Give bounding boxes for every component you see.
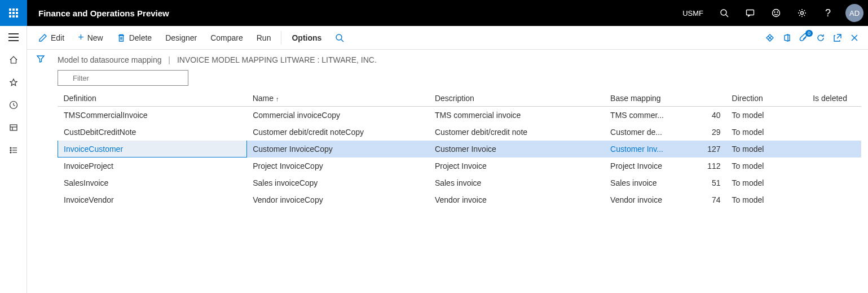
trash-icon bbox=[117, 33, 126, 42]
open-office-button[interactable] bbox=[779, 31, 795, 45]
sort-asc-icon: ↑ bbox=[276, 95, 279, 102]
cell-description[interactable]: Vendor invoice bbox=[429, 191, 605, 208]
edit-label: Edit bbox=[51, 33, 64, 42]
cell-is-deleted[interactable] bbox=[807, 124, 861, 141]
nav-home[interactable] bbox=[0, 49, 27, 71]
col-header-definition[interactable]: Definition bbox=[58, 90, 247, 107]
svg-point-3 bbox=[773, 10, 780, 17]
cell-name[interactable]: Customer debit/credit noteCopy bbox=[247, 124, 429, 141]
page-search-button[interactable] bbox=[329, 31, 350, 45]
cell-is-deleted[interactable] bbox=[807, 158, 861, 174]
settings-button[interactable] bbox=[789, 0, 815, 26]
cell-base-mapping[interactable]: Project Invoice bbox=[605, 158, 686, 174]
list-icon bbox=[9, 146, 18, 155]
table-row[interactable]: InvoiceProjectProject InvoiceCopyProject… bbox=[58, 158, 862, 174]
cell-definition[interactable]: InvoiceVendor bbox=[58, 191, 247, 208]
cell-is-deleted[interactable] bbox=[807, 107, 861, 124]
delete-button[interactable]: Delete bbox=[111, 31, 157, 45]
app-launcher-button[interactable] bbox=[0, 0, 27, 26]
close-icon bbox=[850, 33, 859, 42]
new-button[interactable]: + New bbox=[72, 29, 109, 46]
diamond-icon bbox=[765, 33, 774, 42]
dataverse-button[interactable] bbox=[762, 31, 778, 45]
search-button[interactable] bbox=[711, 0, 737, 26]
cell-count[interactable]: 29 bbox=[686, 124, 726, 141]
filter-pane-toggle[interactable] bbox=[36, 54, 45, 65]
cell-direction[interactable]: To model bbox=[726, 158, 808, 174]
edit-button[interactable]: Edit bbox=[33, 31, 70, 45]
run-button[interactable]: Run bbox=[251, 31, 277, 45]
cell-name[interactable]: Vendor invoiceCopy bbox=[247, 191, 429, 208]
col-header-base-mapping[interactable]: Base mapping bbox=[605, 90, 726, 107]
cell-definition[interactable]: SalesInvoice bbox=[58, 174, 247, 191]
cell-name[interactable]: Commercial invoiceCopy bbox=[247, 107, 429, 124]
col-header-direction[interactable]: Direction bbox=[726, 90, 808, 107]
cell-direction[interactable]: To model bbox=[726, 141, 808, 158]
cell-description[interactable]: TMS commercial invoice bbox=[429, 107, 605, 124]
table-row[interactable]: TMSCommercialInvoiceCommercial invoiceCo… bbox=[58, 107, 862, 124]
plus-icon: + bbox=[78, 32, 84, 43]
filter-pane-collapsed bbox=[27, 50, 54, 293]
table-row[interactable]: InvoiceCustomerCustomer InvoiceCopyCusto… bbox=[58, 141, 862, 158]
table-row[interactable]: SalesInvoiceSales invoiceCopySales invoi… bbox=[58, 174, 862, 191]
company-code[interactable]: USMF bbox=[675, 9, 711, 18]
cell-description[interactable]: Customer Invoice bbox=[429, 141, 605, 158]
nav-workspaces[interactable] bbox=[0, 116, 27, 139]
nav-recent[interactable] bbox=[0, 94, 27, 116]
cell-name[interactable]: Project InvoiceCopy bbox=[247, 158, 429, 174]
attach-badge: 0 bbox=[805, 30, 813, 37]
col-header-name[interactable]: Name↑ bbox=[247, 90, 429, 107]
svg-point-17 bbox=[336, 34, 342, 40]
col-header-is-deleted[interactable]: Is deleted bbox=[807, 90, 861, 107]
breadcrumb-part1: Model to datasource mapping bbox=[58, 55, 161, 64]
cell-count[interactable]: 74 bbox=[686, 191, 726, 208]
new-label: New bbox=[87, 33, 103, 42]
cell-base-mapping[interactable]: TMS commer... bbox=[605, 107, 686, 124]
nav-modules[interactable] bbox=[0, 139, 27, 161]
cell-definition[interactable]: InvoiceProject bbox=[58, 158, 247, 174]
nav-favorites[interactable] bbox=[0, 71, 27, 94]
cell-direction[interactable]: To model bbox=[726, 107, 808, 124]
cell-count[interactable]: 127 bbox=[686, 141, 726, 158]
cell-is-deleted[interactable] bbox=[807, 141, 861, 158]
options-button[interactable]: Options bbox=[286, 31, 327, 45]
nav-hamburger[interactable] bbox=[0, 26, 27, 49]
cell-count[interactable]: 40 bbox=[686, 107, 726, 124]
compare-button[interactable]: Compare bbox=[205, 31, 249, 45]
grid-filter-input[interactable] bbox=[58, 70, 188, 86]
table-row[interactable]: CustDebitCreditNoteCustomer debit/credit… bbox=[58, 124, 862, 141]
cell-direction[interactable]: To model bbox=[726, 174, 808, 191]
app-title: Finance and Operations Preview bbox=[27, 8, 180, 18]
cell-base-mapping[interactable]: Customer de... bbox=[605, 124, 686, 141]
cell-definition[interactable]: InvoiceCustomer bbox=[58, 141, 247, 158]
refresh-button[interactable] bbox=[813, 31, 829, 45]
cell-count[interactable]: 51 bbox=[686, 174, 726, 191]
cell-is-deleted[interactable] bbox=[807, 174, 861, 191]
cell-description[interactable]: Project Invoice bbox=[429, 158, 605, 174]
cell-description[interactable]: Customer debit/credit note bbox=[429, 124, 605, 141]
popout-button[interactable] bbox=[830, 31, 845, 45]
close-button[interactable] bbox=[847, 31, 862, 45]
user-avatar[interactable]: AD bbox=[845, 4, 863, 22]
cell-name[interactable]: Sales invoiceCopy bbox=[247, 174, 429, 191]
cell-base-mapping[interactable]: Sales invoice bbox=[605, 174, 686, 191]
feedback-button[interactable] bbox=[763, 0, 789, 26]
cell-name[interactable]: Customer InvoiceCopy bbox=[247, 141, 429, 158]
cell-is-deleted[interactable] bbox=[807, 191, 861, 208]
question-icon: ? bbox=[825, 7, 831, 19]
table-row[interactable]: InvoiceVendorVendor invoiceCopyVendor in… bbox=[58, 191, 862, 208]
help-button[interactable]: ? bbox=[815, 0, 841, 26]
designer-button[interactable]: Designer bbox=[160, 31, 202, 45]
cell-description[interactable]: Sales invoice bbox=[429, 174, 605, 191]
cell-direction[interactable]: To model bbox=[726, 124, 808, 141]
cell-definition[interactable]: CustDebitCreditNote bbox=[58, 124, 247, 141]
cell-definition[interactable]: TMSCommercialInvoice bbox=[58, 107, 247, 124]
cell-base-mapping[interactable]: Customer Inv... bbox=[605, 141, 686, 158]
svg-point-15 bbox=[10, 152, 11, 153]
cell-count[interactable]: 112 bbox=[686, 158, 726, 174]
cell-direction[interactable]: To model bbox=[726, 191, 808, 208]
col-header-description[interactable]: Description bbox=[429, 90, 605, 107]
messages-button[interactable] bbox=[737, 0, 763, 26]
cell-base-mapping[interactable]: Vendor invoice bbox=[605, 191, 686, 208]
attachments-button[interactable]: 0 bbox=[796, 31, 812, 45]
